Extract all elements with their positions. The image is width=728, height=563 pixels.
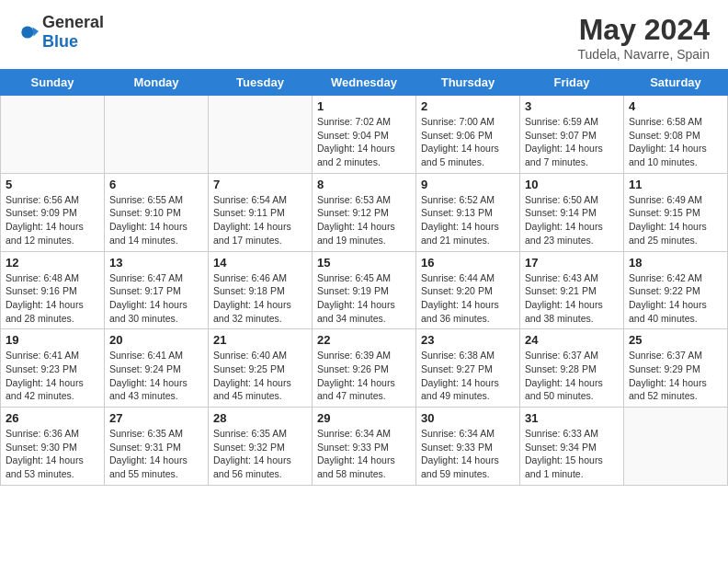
- calendar-day-cell: 3Sunrise: 6:59 AM Sunset: 9:07 PM Daylig…: [520, 96, 624, 174]
- day-info: Sunrise: 6:54 AM Sunset: 9:11 PM Dayligh…: [213, 193, 307, 247]
- day-info: Sunrise: 6:58 AM Sunset: 9:08 PM Dayligh…: [629, 115, 722, 169]
- calendar-day-cell: 31Sunrise: 6:33 AM Sunset: 9:34 PM Dayli…: [520, 408, 624, 486]
- page-header: General Blue May 2024 Tudela, Navarre, S…: [0, 0, 728, 69]
- calendar-day-cell: 9Sunrise: 6:52 AM Sunset: 9:13 PM Daylig…: [416, 173, 520, 251]
- weekday-header: Thursday: [416, 70, 520, 96]
- calendar-day-cell: 6Sunrise: 6:55 AM Sunset: 9:10 PM Daylig…: [105, 173, 209, 251]
- day-info: Sunrise: 6:38 AM Sunset: 9:27 PM Dayligh…: [421, 349, 515, 403]
- day-number: 12: [6, 256, 99, 270]
- calendar-day-cell: 25Sunrise: 6:37 AM Sunset: 9:29 PM Dayli…: [624, 329, 728, 408]
- day-number: 11: [629, 178, 722, 191]
- location-title: Tudela, Navarre, Spain: [578, 47, 710, 62]
- day-info: Sunrise: 6:56 AM Sunset: 9:09 PM Dayligh…: [6, 193, 99, 247]
- day-info: Sunrise: 6:46 AM Sunset: 9:18 PM Dayligh…: [213, 271, 307, 326]
- day-info: Sunrise: 6:37 AM Sunset: 9:29 PM Dayligh…: [629, 349, 722, 403]
- calendar-day-cell: 24Sunrise: 6:37 AM Sunset: 9:28 PM Dayli…: [520, 329, 624, 408]
- calendar-day-cell: 23Sunrise: 6:38 AM Sunset: 9:27 PM Dayli…: [416, 329, 520, 408]
- day-number: 22: [317, 333, 411, 347]
- calendar-day-cell: 28Sunrise: 6:35 AM Sunset: 9:32 PM Dayli…: [209, 408, 313, 486]
- day-info: Sunrise: 6:49 AM Sunset: 9:15 PM Dayligh…: [629, 193, 722, 247]
- day-number: 29: [317, 411, 411, 425]
- day-number: 21: [213, 333, 307, 347]
- day-info: Sunrise: 6:43 AM Sunset: 9:21 PM Dayligh…: [525, 271, 619, 326]
- calendar-week-row: 12Sunrise: 6:48 AM Sunset: 9:16 PM Dayli…: [1, 251, 728, 329]
- day-number: 7: [213, 178, 307, 191]
- svg-marker-1: [32, 28, 39, 37]
- day-number: 14: [213, 256, 307, 270]
- day-number: 6: [109, 178, 203, 191]
- day-info: Sunrise: 6:40 AM Sunset: 9:25 PM Dayligh…: [213, 349, 307, 403]
- calendar-day-cell: 16Sunrise: 6:44 AM Sunset: 9:20 PM Dayli…: [416, 251, 520, 329]
- day-number: 20: [109, 333, 203, 347]
- calendar-day-cell: 13Sunrise: 6:47 AM Sunset: 9:17 PM Dayli…: [105, 251, 209, 329]
- calendar-day-cell: [105, 96, 209, 174]
- day-number: 2: [421, 99, 515, 113]
- day-info: Sunrise: 6:55 AM Sunset: 9:10 PM Dayligh…: [109, 193, 203, 247]
- day-number: 8: [317, 178, 411, 191]
- weekday-header: Monday: [105, 70, 209, 96]
- day-number: 16: [421, 256, 515, 270]
- day-number: 28: [213, 411, 307, 425]
- day-info: Sunrise: 7:00 AM Sunset: 9:06 PM Dayligh…: [421, 115, 515, 169]
- logo-general-text: General: [42, 13, 104, 31]
- day-number: 24: [525, 333, 619, 347]
- calendar-day-cell: 21Sunrise: 6:40 AM Sunset: 9:25 PM Dayli…: [209, 329, 313, 408]
- calendar-day-cell: [1, 96, 105, 174]
- calendar-week-row: 1Sunrise: 7:02 AM Sunset: 9:04 PM Daylig…: [1, 96, 728, 174]
- calendar-day-cell: 8Sunrise: 6:53 AM Sunset: 9:12 PM Daylig…: [313, 173, 416, 251]
- calendar-day-cell: 7Sunrise: 6:54 AM Sunset: 9:11 PM Daylig…: [209, 173, 313, 251]
- day-info: Sunrise: 6:42 AM Sunset: 9:22 PM Dayligh…: [629, 271, 722, 326]
- day-info: Sunrise: 7:02 AM Sunset: 9:04 PM Dayligh…: [317, 115, 411, 169]
- calendar-day-cell: [209, 96, 313, 174]
- weekday-header: Friday: [520, 70, 624, 96]
- calendar-week-row: 19Sunrise: 6:41 AM Sunset: 9:23 PM Dayli…: [1, 329, 728, 408]
- day-number: 25: [629, 333, 722, 347]
- calendar-day-cell: 30Sunrise: 6:34 AM Sunset: 9:33 PM Dayli…: [416, 408, 520, 486]
- day-info: Sunrise: 6:52 AM Sunset: 9:13 PM Dayligh…: [421, 193, 515, 247]
- calendar-day-cell: 2Sunrise: 7:00 AM Sunset: 9:06 PM Daylig…: [416, 96, 520, 174]
- day-number: 26: [6, 411, 99, 425]
- day-info: Sunrise: 6:35 AM Sunset: 9:32 PM Dayligh…: [213, 427, 307, 481]
- month-title: May 2024: [578, 13, 710, 47]
- day-info: Sunrise: 6:50 AM Sunset: 9:14 PM Dayligh…: [525, 193, 619, 247]
- calendar-day-cell: 19Sunrise: 6:41 AM Sunset: 9:23 PM Dayli…: [1, 329, 105, 408]
- calendar-day-cell: 1Sunrise: 7:02 AM Sunset: 9:04 PM Daylig…: [313, 96, 416, 174]
- day-number: 4: [629, 99, 722, 113]
- day-number: 17: [525, 256, 619, 270]
- calendar-day-cell: 17Sunrise: 6:43 AM Sunset: 9:21 PM Dayli…: [520, 251, 624, 329]
- day-number: 9: [421, 178, 515, 191]
- day-number: 31: [525, 411, 619, 425]
- calendar-day-cell: 11Sunrise: 6:49 AM Sunset: 9:15 PM Dayli…: [624, 173, 728, 251]
- day-info: Sunrise: 6:33 AM Sunset: 9:34 PM Dayligh…: [525, 427, 619, 481]
- day-number: 23: [421, 333, 515, 347]
- calendar-header-row: SundayMondayTuesdayWednesdayThursdayFrid…: [1, 70, 728, 96]
- svg-point-0: [21, 26, 33, 38]
- weekday-header: Tuesday: [209, 70, 313, 96]
- logo-blue-text: Blue: [42, 32, 78, 51]
- day-number: 3: [525, 99, 619, 113]
- calendar-day-cell: 14Sunrise: 6:46 AM Sunset: 9:18 PM Dayli…: [209, 251, 313, 329]
- day-info: Sunrise: 6:53 AM Sunset: 9:12 PM Dayligh…: [317, 193, 411, 247]
- day-info: Sunrise: 6:45 AM Sunset: 9:19 PM Dayligh…: [317, 271, 411, 326]
- day-number: 13: [109, 256, 203, 270]
- day-info: Sunrise: 6:48 AM Sunset: 9:16 PM Dayligh…: [6, 271, 99, 326]
- weekday-header: Wednesday: [313, 70, 416, 96]
- day-number: 18: [629, 256, 722, 270]
- day-info: Sunrise: 6:41 AM Sunset: 9:23 PM Dayligh…: [6, 349, 99, 403]
- day-number: 27: [109, 411, 203, 425]
- day-info: Sunrise: 6:34 AM Sunset: 9:33 PM Dayligh…: [317, 427, 411, 481]
- calendar-week-row: 5Sunrise: 6:56 AM Sunset: 9:09 PM Daylig…: [1, 173, 728, 251]
- day-info: Sunrise: 6:35 AM Sunset: 9:31 PM Dayligh…: [109, 427, 203, 481]
- day-info: Sunrise: 6:37 AM Sunset: 9:28 PM Dayligh…: [525, 349, 619, 403]
- day-info: Sunrise: 6:47 AM Sunset: 9:17 PM Dayligh…: [109, 271, 203, 326]
- calendar-day-cell: 20Sunrise: 6:41 AM Sunset: 9:24 PM Dayli…: [105, 329, 209, 408]
- day-info: Sunrise: 6:59 AM Sunset: 9:07 PM Dayligh…: [525, 115, 619, 169]
- day-info: Sunrise: 6:41 AM Sunset: 9:24 PM Dayligh…: [109, 349, 203, 403]
- calendar-day-cell: 12Sunrise: 6:48 AM Sunset: 9:16 PM Dayli…: [1, 251, 105, 329]
- day-number: 15: [317, 256, 411, 270]
- day-info: Sunrise: 6:39 AM Sunset: 9:26 PM Dayligh…: [317, 349, 411, 403]
- day-number: 1: [317, 99, 411, 113]
- calendar-day-cell: 5Sunrise: 6:56 AM Sunset: 9:09 PM Daylig…: [1, 173, 105, 251]
- day-number: 30: [421, 411, 515, 425]
- logo: General Blue: [18, 13, 104, 52]
